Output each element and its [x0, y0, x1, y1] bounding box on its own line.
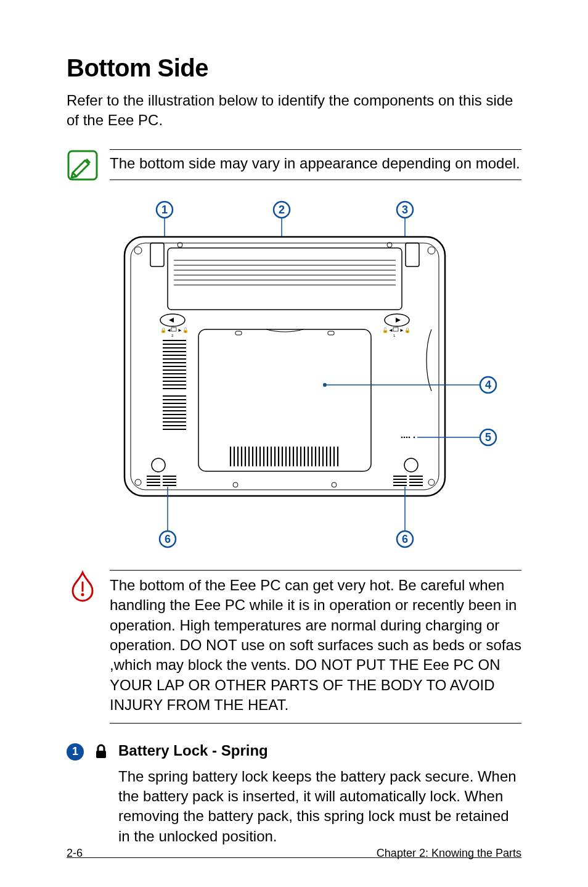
svg-text:►🔓: ►🔓 [178, 327, 189, 333]
svg-text:5: 5 [485, 431, 491, 444]
intro-text: Refer to the illustration below to ident… [67, 91, 521, 131]
note-text: The bottom side may vary in appearance d… [110, 154, 521, 173]
warning-block: The bottom of the Eee PC can get very ho… [67, 570, 521, 724]
footer-page-number: 2-6 [67, 847, 83, 860]
warning-icon [67, 570, 99, 602]
lock-icon [92, 743, 110, 761]
bottom-side-diagram: 1 2 3 [67, 200, 521, 551]
svg-point-66 [406, 436, 408, 438]
item-1-desc: The spring battery lock keeps the batter… [118, 767, 521, 847]
svg-text:2: 2 [279, 204, 285, 216]
footer-chapter: Chapter 2: Knowing the Parts [377, 847, 521, 860]
svg-text:6: 6 [165, 533, 171, 545]
svg-rect-136 [96, 751, 106, 758]
warning-text: The bottom of the Eee PC can get very ho… [110, 576, 521, 716]
svg-point-68 [414, 436, 415, 438]
svg-text:4: 4 [485, 379, 491, 391]
svg-point-64 [401, 436, 403, 438]
svg-text:6: 6 [402, 533, 408, 545]
note-block: The bottom side may vary in appearance d… [67, 149, 521, 181]
svg-text:3: 3 [402, 204, 408, 216]
page-footer: 2-6 Chapter 2: Knowing the Parts [67, 847, 521, 860]
note-icon [67, 149, 99, 181]
svg-text:🔓◄: 🔓◄ [382, 327, 393, 333]
page-title: Bottom Side [67, 54, 521, 82]
svg-text:►🔒: ►🔒 [399, 327, 410, 333]
item-1-block: 1 Battery Lock - Spring The spring batte… [67, 742, 521, 859]
svg-point-135 [81, 593, 84, 596]
svg-text:1: 1 [161, 204, 168, 216]
item-1-number: 1 [67, 743, 84, 761]
item-1-title: Battery Lock - Spring [118, 742, 521, 759]
device-outline: 🔒◄►🔓 2 🔓◄►🔒 1 [125, 237, 445, 496]
svg-point-67 [409, 436, 410, 438]
svg-text:🔒◄: 🔒◄ [160, 327, 171, 333]
svg-point-65 [404, 436, 406, 438]
